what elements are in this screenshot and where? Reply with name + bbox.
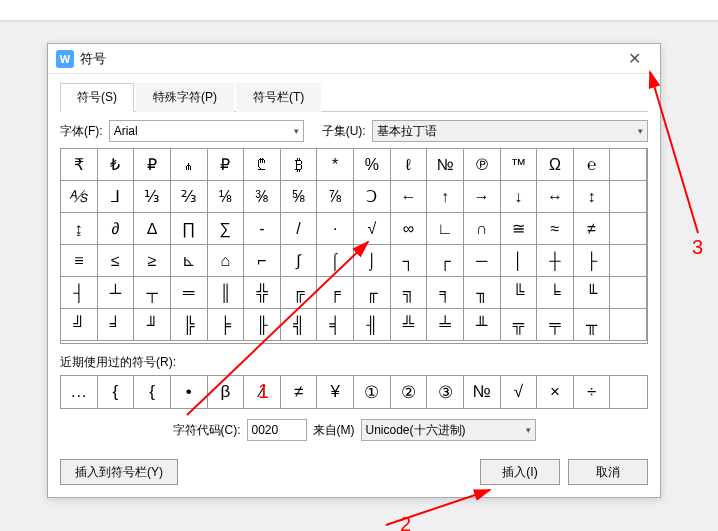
symbol-cell[interactable]: ≅ [501, 213, 538, 245]
symbol-cell[interactable]: ╜ [134, 309, 171, 341]
symbol-cell[interactable]: ⊾ [171, 245, 208, 277]
symbol-cell[interactable]: ∑ [208, 213, 245, 245]
symbol-cell[interactable]: ╦ [501, 309, 538, 341]
symbol-cell[interactable]: ┤ [61, 277, 98, 309]
symbol-cell[interactable]: * [317, 149, 354, 181]
symbol-cell[interactable]: ╠ [171, 309, 208, 341]
symbol-cell[interactable]: ╧ [427, 309, 464, 341]
symbol-cell[interactable]: ↔ [537, 181, 574, 213]
symbol-cell[interactable]: ∟ [427, 213, 464, 245]
close-button[interactable]: ✕ [616, 45, 652, 73]
symbol-cell[interactable]: № [427, 149, 464, 181]
symbol-cell[interactable]: ≡ [61, 245, 98, 277]
symbol-cell[interactable]: ╟ [244, 309, 281, 341]
symbol-cell[interactable]: ╗ [391, 277, 428, 309]
symbol-cell[interactable]: ℓ [391, 149, 428, 181]
symbol-cell[interactable]: ℗ [464, 149, 501, 181]
symbol-cell[interactable] [610, 181, 647, 213]
symbol-cell[interactable]: ╩ [391, 309, 428, 341]
symbol-cell[interactable]: ⅓ [134, 181, 171, 213]
recent-symbol-cell[interactable]: … [61, 376, 98, 408]
symbol-cell[interactable]: Ω [537, 149, 574, 181]
symbol-cell[interactable]: ╥ [574, 309, 611, 341]
symbol-cell[interactable]: ╨ [464, 309, 501, 341]
symbol-cell[interactable]: ┬ [134, 277, 171, 309]
symbol-cell[interactable]: ┴ [98, 277, 135, 309]
symbol-cell[interactable]: ₺ [98, 149, 135, 181]
symbol-cell[interactable]: ╣ [281, 309, 318, 341]
symbol-cell[interactable]: ↕ [574, 181, 611, 213]
symbol-cell[interactable]: ∏ [171, 213, 208, 245]
symbol-cell[interactable]: ™ [501, 149, 538, 181]
tab-symbolbar[interactable]: 符号栏(T) [236, 83, 321, 112]
symbol-cell[interactable]: ╒ [317, 277, 354, 309]
symbol-cell[interactable] [610, 277, 647, 309]
recent-symbol-cell[interactable]: № [464, 376, 501, 408]
symbol-cell[interactable]: ⅔ [171, 181, 208, 213]
recent-symbol-cell[interactable]: × [537, 376, 574, 408]
recent-symbol-cell[interactable]: √ [501, 376, 538, 408]
symbol-cell[interactable]: ⌠ [317, 245, 354, 277]
cancel-button[interactable]: 取消 [568, 459, 648, 485]
tab-symbols[interactable]: 符号(S) [60, 83, 134, 112]
symbol-cell[interactable]: ├ [574, 245, 611, 277]
font-dropdown[interactable]: Arial ▾ [109, 120, 304, 142]
tab-special[interactable]: 特殊字符(P) [136, 83, 234, 112]
symbol-cell[interactable]: ╡ [317, 309, 354, 341]
symbol-cell[interactable]: ═ [171, 277, 208, 309]
symbol-cell[interactable]: ╕ [427, 277, 464, 309]
symbol-cell[interactable]: ⅍ [61, 181, 98, 213]
symbol-cell[interactable]: ∫ [281, 245, 318, 277]
recent-symbol-cell[interactable]: ∕ [244, 376, 281, 408]
recent-symbol-cell[interactable]: ¥ [317, 376, 354, 408]
symbol-cell[interactable]: ╝ [61, 309, 98, 341]
symbol-cell[interactable]: ╘ [537, 277, 574, 309]
symbol-cell[interactable]: ╤ [537, 309, 574, 341]
symbol-cell[interactable]: ⌐ [244, 245, 281, 277]
symbol-cell[interactable]: ╢ [354, 309, 391, 341]
symbol-cell[interactable]: ₾ [244, 149, 281, 181]
symbol-cell[interactable]: ← [391, 181, 428, 213]
symbol-cell[interactable]: √ [354, 213, 391, 245]
symbol-cell[interactable]: ↨ [61, 213, 98, 245]
symbol-cell[interactable]: ║ [208, 277, 245, 309]
symbol-cell[interactable]: ╓ [354, 277, 391, 309]
symbol-cell[interactable] [610, 309, 647, 341]
symbol-cell[interactable]: ∩ [464, 213, 501, 245]
recent-symbol-cell[interactable]: β [208, 376, 245, 408]
symbol-cell[interactable]: ╚ [501, 277, 538, 309]
symbol-cell[interactable]: ┐ [391, 245, 428, 277]
recent-symbol-cell[interactable]: ② [391, 376, 428, 408]
symbol-cell[interactable]: ℮ [574, 149, 611, 181]
insert-to-bar-button[interactable]: 插入到符号栏(Y) [60, 459, 178, 485]
symbol-cell[interactable]: · [317, 213, 354, 245]
insert-button[interactable]: 插入(I) [480, 459, 560, 485]
symbol-cell[interactable]: / [281, 213, 318, 245]
symbol-cell[interactable]: ≈ [537, 213, 574, 245]
symbol-cell[interactable]: ₼ [171, 149, 208, 181]
recent-symbol-cell[interactable]: { [134, 376, 171, 408]
subset-dropdown[interactable]: 基本拉丁语 ▾ [372, 120, 648, 142]
symbol-cell[interactable]: ₽ [208, 149, 245, 181]
from-dropdown[interactable]: Unicode(十六进制) ▾ [361, 419, 536, 441]
recent-symbol-cell[interactable]: ≠ [281, 376, 318, 408]
symbol-cell[interactable]: ∂ [98, 213, 135, 245]
recent-symbol-cell[interactable]: ① [354, 376, 391, 408]
symbol-cell[interactable]: ₹ [61, 149, 98, 181]
recent-symbol-cell[interactable]: { [98, 376, 135, 408]
recent-symbol-cell[interactable]: ÷ [574, 376, 611, 408]
symbol-cell[interactable] [610, 245, 647, 277]
recent-symbol-cell[interactable]: ③ [427, 376, 464, 408]
symbol-cell[interactable]: ⅞ [317, 181, 354, 213]
symbol-cell[interactable]: ⅛ [208, 181, 245, 213]
symbol-cell[interactable]: ≤ [98, 245, 135, 277]
symbol-cell[interactable]: ⌂ [208, 245, 245, 277]
symbol-cell[interactable]: ∆ [134, 213, 171, 245]
symbol-cell[interactable]: ─ [464, 245, 501, 277]
symbol-cell[interactable]: ∞ [391, 213, 428, 245]
symbol-cell[interactable]: ┌ [427, 245, 464, 277]
symbol-cell[interactable]: ╛ [98, 309, 135, 341]
symbol-cell[interactable]: ⌡ [354, 245, 391, 277]
symbol-cell[interactable] [610, 149, 647, 181]
symbol-cell[interactable]: ╬ [244, 277, 281, 309]
